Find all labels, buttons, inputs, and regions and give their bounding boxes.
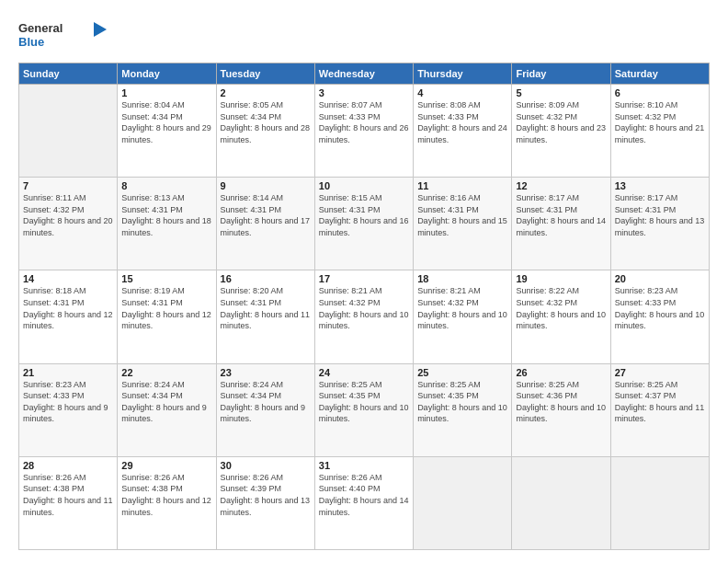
day-number: 28 (23, 460, 113, 471)
calendar-cell: 1Sunrise: 8:04 AMSunset: 4:34 PMDaylight… (118, 85, 216, 178)
day-info: Sunrise: 8:09 AMSunset: 4:32 PMDaylight:… (516, 99, 606, 145)
day-number: 21 (23, 367, 113, 378)
day-number: 31 (319, 460, 409, 471)
week-row-2: 14Sunrise: 8:18 AMSunset: 4:31 PMDayligh… (19, 270, 710, 363)
svg-text:Blue: Blue (18, 35, 44, 49)
day-number: 15 (121, 273, 211, 284)
day-info: Sunrise: 8:20 AMSunset: 4:31 PMDaylight:… (221, 285, 311, 331)
day-number: 3 (319, 87, 409, 98)
day-number: 19 (516, 273, 606, 284)
weekday-header-monday: Monday (118, 63, 216, 85)
calendar-cell: 16Sunrise: 8:20 AMSunset: 4:31 PMDayligh… (216, 270, 314, 363)
day-number: 13 (615, 180, 705, 191)
calendar-cell (610, 456, 709, 549)
page: General Blue SundayMondayTuesdayWednesda… (0, 0, 728, 563)
day-info: Sunrise: 8:26 AMSunset: 4:38 PMDaylight:… (121, 472, 211, 518)
calendar-cell: 7Sunrise: 8:11 AMSunset: 4:32 PMDaylight… (19, 178, 118, 270)
day-info: Sunrise: 8:23 AMSunset: 4:33 PMDaylight:… (23, 379, 113, 425)
calendar-cell: 6Sunrise: 8:10 AMSunset: 4:32 PMDaylight… (610, 85, 709, 178)
calendar-cell: 15Sunrise: 8:19 AMSunset: 4:31 PMDayligh… (118, 270, 216, 363)
day-info: Sunrise: 8:10 AMSunset: 4:32 PMDaylight:… (615, 99, 705, 145)
day-number: 1 (121, 87, 211, 98)
day-info: Sunrise: 8:18 AMSunset: 4:31 PMDaylight:… (23, 285, 113, 331)
day-info: Sunrise: 8:25 AMSunset: 4:35 PMDaylight:… (319, 379, 409, 425)
svg-text:General: General (18, 21, 63, 35)
calendar-cell: 25Sunrise: 8:25 AMSunset: 4:35 PMDayligh… (414, 363, 512, 456)
weekday-header-saturday: Saturday (610, 63, 709, 85)
weekday-header-wednesday: Wednesday (314, 63, 413, 85)
day-number: 30 (221, 460, 311, 471)
day-info: Sunrise: 8:21 AMSunset: 4:32 PMDaylight:… (319, 285, 409, 331)
day-number: 29 (121, 460, 211, 471)
day-number: 22 (121, 367, 211, 378)
calendar-cell: 28Sunrise: 8:26 AMSunset: 4:38 PMDayligh… (19, 456, 118, 549)
day-info: Sunrise: 8:25 AMSunset: 4:36 PMDaylight:… (516, 379, 606, 425)
day-info: Sunrise: 8:19 AMSunset: 4:31 PMDaylight:… (121, 285, 211, 331)
calendar-cell: 29Sunrise: 8:26 AMSunset: 4:38 PMDayligh… (118, 456, 216, 549)
calendar-cell (19, 85, 118, 178)
calendar-cell: 19Sunrise: 8:22 AMSunset: 4:32 PMDayligh… (512, 270, 610, 363)
day-info: Sunrise: 8:21 AMSunset: 4:32 PMDaylight:… (417, 285, 507, 331)
day-info: Sunrise: 8:25 AMSunset: 4:37 PMDaylight:… (615, 379, 705, 425)
day-info: Sunrise: 8:24 AMSunset: 4:34 PMDaylight:… (121, 379, 211, 425)
calendar-cell: 18Sunrise: 8:21 AMSunset: 4:32 PMDayligh… (414, 270, 512, 363)
weekday-header-thursday: Thursday (414, 63, 512, 85)
calendar-cell: 27Sunrise: 8:25 AMSunset: 4:37 PMDayligh… (610, 363, 709, 456)
day-number: 4 (417, 87, 507, 98)
day-number: 2 (221, 87, 311, 98)
day-number: 23 (221, 367, 311, 378)
day-info: Sunrise: 8:13 AMSunset: 4:31 PMDaylight:… (121, 192, 211, 238)
logo-svg: General Blue (18, 17, 110, 53)
calendar-cell: 10Sunrise: 8:15 AMSunset: 4:31 PMDayligh… (314, 178, 413, 270)
calendar-cell: 17Sunrise: 8:21 AMSunset: 4:32 PMDayligh… (314, 270, 413, 363)
weekday-header-friday: Friday (512, 63, 610, 85)
calendar-cell: 26Sunrise: 8:25 AMSunset: 4:36 PMDayligh… (512, 363, 610, 456)
calendar-cell: 24Sunrise: 8:25 AMSunset: 4:35 PMDayligh… (314, 363, 413, 456)
calendar-cell: 30Sunrise: 8:26 AMSunset: 4:39 PMDayligh… (216, 456, 314, 549)
weekday-header-sunday: Sunday (19, 63, 118, 85)
svg-marker-2 (94, 22, 107, 37)
day-info: Sunrise: 8:24 AMSunset: 4:34 PMDaylight:… (221, 379, 311, 425)
calendar-cell: 22Sunrise: 8:24 AMSunset: 4:34 PMDayligh… (118, 363, 216, 456)
calendar-cell: 5Sunrise: 8:09 AMSunset: 4:32 PMDaylight… (512, 85, 610, 178)
day-number: 25 (417, 367, 507, 378)
day-number: 5 (516, 87, 606, 98)
day-info: Sunrise: 8:26 AMSunset: 4:40 PMDaylight:… (319, 472, 409, 518)
day-number: 12 (516, 180, 606, 191)
day-info: Sunrise: 8:23 AMSunset: 4:33 PMDaylight:… (615, 285, 705, 331)
day-number: 27 (615, 367, 705, 378)
day-info: Sunrise: 8:11 AMSunset: 4:32 PMDaylight:… (23, 192, 113, 238)
logo: General Blue (18, 17, 110, 53)
calendar-cell: 2Sunrise: 8:05 AMSunset: 4:34 PMDaylight… (216, 85, 314, 178)
day-number: 14 (23, 273, 113, 284)
day-number: 10 (319, 180, 409, 191)
day-number: 26 (516, 367, 606, 378)
calendar-cell: 21Sunrise: 8:23 AMSunset: 4:33 PMDayligh… (19, 363, 118, 456)
calendar-cell: 4Sunrise: 8:08 AMSunset: 4:33 PMDaylight… (414, 85, 512, 178)
day-info: Sunrise: 8:15 AMSunset: 4:31 PMDaylight:… (319, 192, 409, 238)
day-number: 24 (319, 367, 409, 378)
calendar-cell: 12Sunrise: 8:17 AMSunset: 4:31 PMDayligh… (512, 178, 610, 270)
weekday-header-row: SundayMondayTuesdayWednesdayThursdayFrid… (19, 63, 710, 85)
day-info: Sunrise: 8:26 AMSunset: 4:38 PMDaylight:… (23, 472, 113, 518)
day-info: Sunrise: 8:08 AMSunset: 4:33 PMDaylight:… (417, 99, 507, 145)
calendar-cell (512, 456, 610, 549)
day-number: 17 (319, 273, 409, 284)
day-number: 7 (23, 180, 113, 191)
day-info: Sunrise: 8:16 AMSunset: 4:31 PMDaylight:… (417, 192, 507, 238)
day-info: Sunrise: 8:25 AMSunset: 4:35 PMDaylight:… (417, 379, 507, 425)
day-number: 16 (221, 273, 311, 284)
day-number: 6 (615, 87, 705, 98)
week-row-3: 21Sunrise: 8:23 AMSunset: 4:33 PMDayligh… (19, 363, 710, 456)
day-info: Sunrise: 8:07 AMSunset: 4:33 PMDaylight:… (319, 99, 409, 145)
day-number: 18 (417, 273, 507, 284)
day-number: 8 (121, 180, 211, 191)
header: General Blue (18, 17, 710, 53)
day-number: 9 (221, 180, 311, 191)
calendar-cell: 9Sunrise: 8:14 AMSunset: 4:31 PMDaylight… (216, 178, 314, 270)
calendar-cell: 23Sunrise: 8:24 AMSunset: 4:34 PMDayligh… (216, 363, 314, 456)
day-number: 11 (417, 180, 507, 191)
day-info: Sunrise: 8:04 AMSunset: 4:34 PMDaylight:… (121, 99, 211, 145)
calendar-cell (414, 456, 512, 549)
calendar-cell: 13Sunrise: 8:17 AMSunset: 4:31 PMDayligh… (610, 178, 709, 270)
